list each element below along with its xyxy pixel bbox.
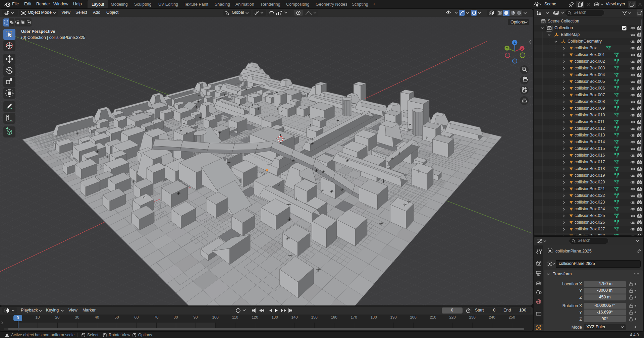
svg-text:X: X [521,47,523,50]
svg-text:Z: Z [514,41,516,44]
svg-text:Y: Y [506,46,508,50]
